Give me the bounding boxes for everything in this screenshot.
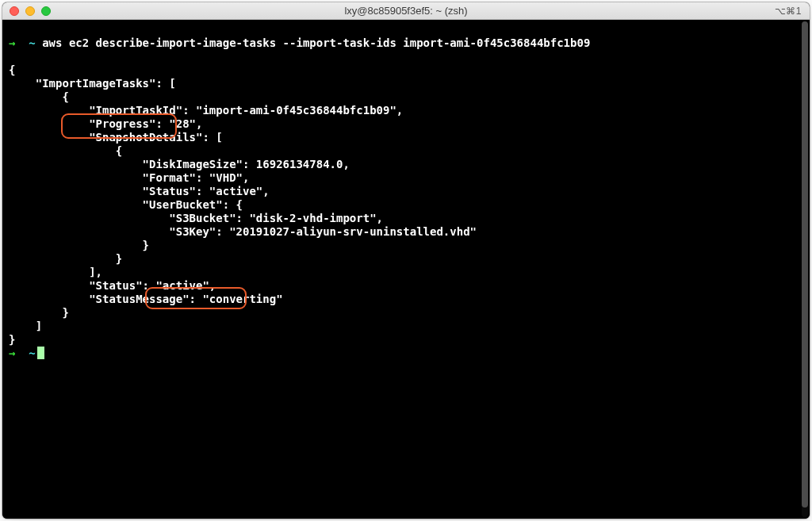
output-line: { bbox=[9, 90, 69, 103]
window-shortcut: ⌥⌘1 bbox=[775, 6, 810, 17]
output-line: "UserBucket": { bbox=[9, 198, 243, 211]
close-icon[interactable] bbox=[10, 6, 19, 16]
command-line: aws ec2 describe-import-image-tasks --im… bbox=[42, 36, 590, 49]
output-line: "ImportImageTasks": [ bbox=[9, 77, 176, 90]
output-line: } bbox=[9, 333, 15, 346]
scrollbar-thumb[interactable] bbox=[802, 21, 808, 508]
prompt-tilde: ~ bbox=[29, 347, 35, 359]
output-line: "Progress": "28", bbox=[9, 117, 202, 130]
output-line: "StatusMessage": "converting" bbox=[9, 293, 283, 305]
prompt-arrow-icon: → bbox=[9, 36, 15, 49]
output-line: } bbox=[9, 252, 122, 265]
cursor bbox=[37, 347, 44, 359]
prompt-arrow-icon: → bbox=[9, 347, 15, 359]
output-line: ], bbox=[9, 266, 102, 278]
output-line: "Format": "VHD", bbox=[9, 171, 249, 184]
output-line: "S3Key": "20191027-aliyun-srv-uninstalle… bbox=[9, 225, 477, 238]
output-line: } bbox=[9, 306, 69, 319]
maximize-icon[interactable] bbox=[41, 6, 51, 16]
output-line: "Status": "active", bbox=[9, 279, 216, 292]
prompt-tilde: ~ bbox=[29, 36, 35, 49]
output-line: { bbox=[9, 144, 122, 157]
output-line: "SnapshotDetails": [ bbox=[9, 131, 223, 144]
output-line: "ImportTaskId": "import-ami-0f45c36844bf… bbox=[9, 104, 403, 117]
terminal-window: lxy@8c85905f3ef5: ~ (zsh) ⌥⌘1 → ~ aws ec… bbox=[2, 2, 810, 519]
output-line: } bbox=[9, 239, 149, 251]
window-title: lxy@8c85905f3ef5: ~ (zsh) bbox=[2, 5, 810, 17]
output-line: { bbox=[9, 63, 15, 76]
titlebar: lxy@8c85905f3ef5: ~ (zsh) ⌥⌘1 bbox=[2, 2, 810, 20]
traffic-lights bbox=[2, 6, 51, 16]
minimize-icon[interactable] bbox=[25, 6, 35, 16]
scrollbar[interactable] bbox=[802, 21, 808, 517]
output-line: "S3Bucket": "disk-2-vhd-import", bbox=[9, 212, 383, 224]
output-line: ] bbox=[9, 320, 42, 332]
output-line: "DiskImageSize": 16926134784.0, bbox=[9, 158, 350, 170]
terminal-area[interactable]: → ~ aws ec2 describe-import-image-tasks … bbox=[2, 20, 810, 519]
output-line: "Status": "active", bbox=[9, 185, 270, 197]
terminal-content: → ~ aws ec2 describe-import-image-tasks … bbox=[9, 23, 799, 514]
